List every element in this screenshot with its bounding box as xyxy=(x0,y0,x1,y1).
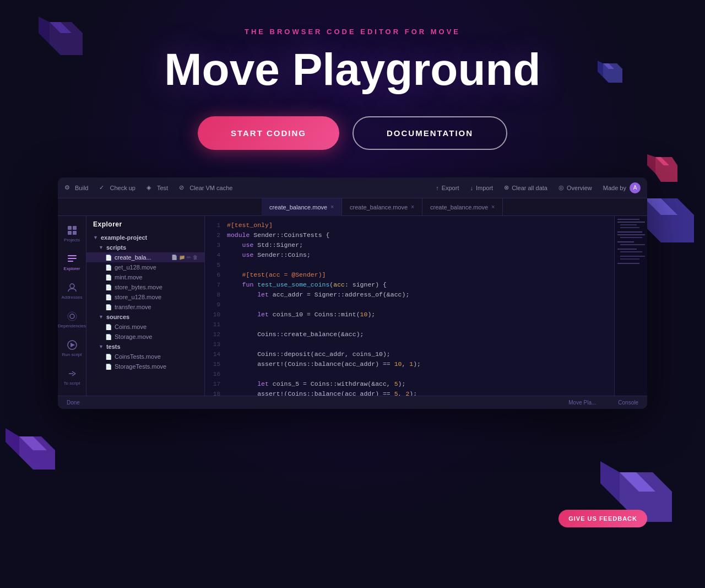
toolbar-build[interactable]: ⚙ Build xyxy=(64,184,88,192)
run-script-icon xyxy=(67,339,78,350)
scripts-label: scripts xyxy=(106,244,126,251)
toolbar-clear-all[interactable]: ⊗ Clear all data xyxy=(504,184,547,191)
tab-2[interactable]: create_balance.move × xyxy=(342,198,422,216)
sidebar-item-run-script[interactable]: Run script xyxy=(58,335,86,362)
file-storage[interactable]: 📄 Storage.move xyxy=(86,332,204,342)
toolbar-right: ↑ Export ↓ Import ⊗ Clear all data ◎ Ove… xyxy=(436,182,641,193)
toolbar-import[interactable]: ↓ Import xyxy=(470,185,493,191)
file-transfer[interactable]: 📄 transfer.move xyxy=(86,302,204,312)
sidebar-item-projects[interactable]: Projects xyxy=(58,220,86,247)
file-storage-tests[interactable]: 📄 StorageTests.move xyxy=(86,362,204,371)
line-num-15: 15 xyxy=(205,359,225,369)
code-line-15: assert!(Coins::balance(acc_addr) == 10, … xyxy=(227,359,608,369)
code-line-6: #[test(acc = @Sender)] xyxy=(227,270,608,280)
file-store-u128[interactable]: 📄 store_u128.move xyxy=(86,292,204,302)
tab-2-close[interactable]: × xyxy=(411,204,414,210)
tab-1-close[interactable]: × xyxy=(330,204,334,210)
run-script-label: Run script xyxy=(62,352,82,357)
editor-container: ⚙ Build ✓ Check up ◈ Test ⊘ Clear VM cac… xyxy=(58,177,647,409)
projects-label: Projects xyxy=(64,238,80,242)
file-icon: 📄 xyxy=(105,354,112,360)
hero-section: THE BROWSER CODE EDITOR FOR MOVE Move Pl… xyxy=(0,0,705,150)
toolbar-checkup[interactable]: ✓ Check up xyxy=(99,184,135,192)
new-folder-icon[interactable]: 📁 xyxy=(179,255,185,260)
toolbar-export[interactable]: ↑ Export xyxy=(436,185,459,191)
status-center-right: Console xyxy=(618,400,638,406)
delete-icon[interactable]: 🗑 xyxy=(193,255,198,260)
edit-icon[interactable]: ✏ xyxy=(187,255,191,260)
aptos-logo: A xyxy=(630,182,641,193)
status-left: Done xyxy=(67,400,80,406)
clear-all-icon: ⊗ xyxy=(504,184,509,191)
sidebar-item-explorer[interactable]: Explorer xyxy=(58,249,86,276)
line-num-5: 5 xyxy=(205,260,225,270)
tab-bar: create_balance.move × create_balance.mov… xyxy=(58,198,647,216)
file-name: get_u128.move xyxy=(115,264,156,271)
toolbar-overview[interactable]: ◎ Overview xyxy=(558,184,592,191)
file-store-bytes[interactable]: 📄 store_bytes.move xyxy=(86,282,204,292)
svg-rect-39 xyxy=(620,237,642,238)
sidebar-item-to-script[interactable]: To script xyxy=(58,364,86,390)
file-mint[interactable]: 📄 mint.move xyxy=(86,272,204,282)
file-icon: 📄 xyxy=(105,304,112,310)
line-num-1: 1 xyxy=(205,220,225,230)
addresses-label: Addresses xyxy=(62,295,83,300)
clear-vm-icon: ⊘ xyxy=(179,184,187,192)
start-coding-button[interactable]: START CODING xyxy=(198,116,339,150)
file-name: StorageTests.move xyxy=(115,363,166,370)
tests-label: tests xyxy=(106,343,121,350)
code-line-7: fun test_use_some_coins(acc: signer) { xyxy=(227,280,608,290)
build-icon: ⚙ xyxy=(64,184,72,192)
toolbar-test[interactable]: ◈ Test xyxy=(147,184,168,192)
file-coins-tests[interactable]: 📄 CoinsTests.move xyxy=(86,352,204,362)
svg-rect-41 xyxy=(620,244,645,245)
tests-folder[interactable]: ▼ tests xyxy=(86,342,204,352)
scripts-folder[interactable]: ▼ scripts xyxy=(86,242,204,252)
minimap xyxy=(614,216,647,409)
explorer-icon xyxy=(67,253,78,265)
chevron-down-icon: ▼ xyxy=(99,314,104,320)
new-file-icon[interactable]: 📄 xyxy=(171,255,177,260)
sidebar-item-dependencies[interactable]: Dependencies xyxy=(58,306,86,333)
file-icon: 📄 xyxy=(105,324,112,330)
tab-3-close[interactable]: × xyxy=(491,204,495,210)
line-num-14: 14 xyxy=(205,349,225,359)
file-name: transfer.move xyxy=(115,304,151,310)
project-root[interactable]: ▼ example-project xyxy=(86,233,204,242)
svg-rect-23 xyxy=(68,258,77,259)
export-icon: ↑ xyxy=(436,185,439,191)
tab-3[interactable]: create_balance.move × xyxy=(422,198,503,216)
feedback-button[interactable]: GIVE US FEEDBACK xyxy=(558,510,647,527)
svg-rect-36 xyxy=(620,227,639,228)
code-line-8: let acc_addr = Signer::address_of(&acc); xyxy=(227,290,608,300)
file-create-balance[interactable]: 📄 create_bala... 📄 📁 ✏ 🗑 xyxy=(86,252,204,262)
file-icon: 📄 xyxy=(105,255,112,261)
code-line-10: let coins_10 = Coins::mint(10); xyxy=(227,310,608,320)
explorer-label: Explorer xyxy=(64,266,80,271)
sources-label: sources xyxy=(106,314,129,320)
code-line-14: Coins::deposit(acc_addr, coins_10); xyxy=(227,349,608,359)
tab-1[interactable]: create_balance.move × xyxy=(262,198,342,216)
sidebar-item-addresses[interactable]: Addresses xyxy=(58,278,86,304)
code-editor[interactable]: 1 2 3 4 5 6 7 8 9 10 11 12 13 14 15 16 1 xyxy=(205,216,647,409)
line-num-17: 17 xyxy=(205,379,225,389)
test-icon: ◈ xyxy=(147,184,154,192)
tab-1-label: create_balance.move xyxy=(269,204,327,211)
code-line-5 xyxy=(227,260,608,270)
file-get-u128[interactable]: 📄 get_u128.move xyxy=(86,262,204,272)
svg-rect-21 xyxy=(73,231,77,235)
line-num-13: 13 xyxy=(205,339,225,349)
documentation-button[interactable]: DOCUMENTATION xyxy=(352,116,507,150)
sidebar-icons: Projects Explorer xyxy=(58,216,86,409)
file-name: create_bala... xyxy=(115,254,151,261)
svg-rect-44 xyxy=(620,256,645,257)
overview-icon: ◎ xyxy=(558,184,564,191)
hero-buttons: START CODING DOCUMENTATION xyxy=(0,116,705,150)
file-actions: 📄 📁 ✏ 🗑 xyxy=(171,255,198,260)
line-num-6: 6 xyxy=(205,270,225,280)
status-bar: Done Move Pla... Console xyxy=(58,396,647,409)
sources-folder[interactable]: ▼ sources xyxy=(86,312,204,322)
file-coins[interactable]: 📄 Coins.move xyxy=(86,322,204,332)
code-line-3: use Std::Signer; xyxy=(227,240,608,250)
toolbar-clear-vm[interactable]: ⊘ Clear VM cache xyxy=(179,184,232,192)
